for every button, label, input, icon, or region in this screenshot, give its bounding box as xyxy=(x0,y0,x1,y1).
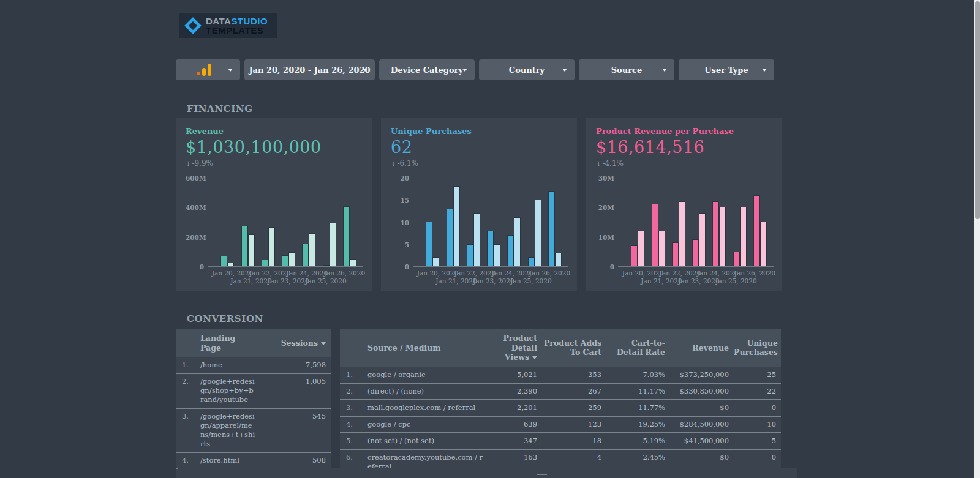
section-title-conversion: CONVERSION xyxy=(187,313,263,324)
filter-country[interactable]: Country xyxy=(479,59,575,80)
arrow-down-icon: ↓ xyxy=(186,160,190,167)
bar xyxy=(672,242,679,266)
scrollbar-thumb[interactable] xyxy=(975,1,980,219)
bar xyxy=(473,213,480,266)
caret-down-icon xyxy=(662,69,667,72)
date-range-label: Jan 20, 2020 - Jan 26, 2020 xyxy=(249,65,370,75)
date-range-dropdown[interactable]: Jan 20, 2020 - Jan 26, 2020 xyxy=(244,59,375,80)
bar xyxy=(692,239,699,266)
scorecard-title: Product Revenue per Purchase xyxy=(596,127,772,136)
column-header[interactable]: Sessions xyxy=(262,335,331,351)
bar xyxy=(514,217,521,266)
cell: 1. xyxy=(340,367,368,382)
y-axis-tick-label: 20 xyxy=(391,174,409,182)
scorecard-title: Revenue xyxy=(186,127,362,136)
sort-caret-icon xyxy=(532,356,537,359)
cell: google / cpc xyxy=(368,417,490,432)
bar-group xyxy=(302,233,315,266)
cell: 19.25% xyxy=(606,417,670,431)
bar-group xyxy=(487,231,500,266)
cell: $284,500,000 xyxy=(670,417,734,431)
y-axis-tick-label: 20M xyxy=(596,204,614,212)
bar-group xyxy=(692,213,706,266)
analytics-account-dropdown[interactable] xyxy=(176,59,240,80)
cell: $41,500,000 xyxy=(670,433,734,448)
cell: 11.77% xyxy=(606,400,670,415)
y-axis-tick-label: 30M xyxy=(596,174,614,182)
scrollbar-track[interactable] xyxy=(974,0,980,478)
filter-device-category[interactable]: Device Category xyxy=(379,59,475,80)
cell: 2. xyxy=(176,374,200,389)
cell: 267 xyxy=(542,384,606,398)
sort-caret-icon xyxy=(321,342,326,345)
column-header: Revenue xyxy=(670,340,734,356)
y-axis-tick-label: 200M xyxy=(186,234,204,242)
x-axis-labels: Jan 20, 2020Jan 21, 2020Jan 22, 2020Jan … xyxy=(624,267,774,285)
cell: 347 xyxy=(490,433,542,448)
scorecard-delta: ↓-4.1% xyxy=(596,159,772,168)
bar xyxy=(548,191,555,266)
cell: 3. xyxy=(176,409,200,424)
x-axis-tick-label: Jan 24, 2020 xyxy=(492,269,533,277)
x-axis-tick-label: Jan 20, 2020 xyxy=(212,269,253,277)
bar xyxy=(248,234,255,266)
cell: 18 xyxy=(542,433,606,448)
filter-source[interactable]: Source xyxy=(579,59,674,80)
cell: 2,201 xyxy=(490,400,542,415)
cell: 353 xyxy=(542,367,606,382)
cell: 123 xyxy=(542,417,606,431)
bar xyxy=(733,252,740,266)
bar-group xyxy=(652,204,665,266)
column-header[interactable]: Product Detail Views xyxy=(490,330,542,365)
caret-down-icon xyxy=(562,69,567,72)
bar xyxy=(679,201,685,266)
table-row: 1./home7,598 xyxy=(176,357,331,373)
y-axis-tick-label: 5 xyxy=(391,241,409,249)
cell: 4. xyxy=(340,417,368,431)
bar-group xyxy=(733,207,747,266)
caret-down-icon xyxy=(762,69,767,72)
x-axis-tick-label: Jan 23, 2020 xyxy=(268,277,309,285)
filter-label: Country xyxy=(509,65,545,75)
table-row: 2./google+redesign/shop+by+brand/youtube… xyxy=(176,373,331,408)
arrow-down-icon: ↓ xyxy=(391,160,396,167)
cell: /google+redesign/apparel/mens/mens+t+shi… xyxy=(200,409,262,452)
x-axis-tick-label: Jan 20, 2020 xyxy=(417,269,458,277)
cell: 5 xyxy=(734,433,781,448)
bar xyxy=(712,201,719,266)
cell: $330,850,000 xyxy=(670,384,734,398)
x-axis-tick-label: Jan 21, 2020 xyxy=(641,277,682,285)
bar xyxy=(740,207,747,266)
column-header: Product Adds To Cart xyxy=(542,335,606,360)
cell xyxy=(176,340,200,346)
cell: 7.03% xyxy=(606,367,670,382)
cell: (not set) / (not set) xyxy=(368,433,490,449)
bar xyxy=(447,209,453,266)
bar xyxy=(753,195,760,266)
bar-group xyxy=(262,227,275,266)
cell: 2. xyxy=(340,384,368,398)
cell: 163 xyxy=(490,450,542,465)
cell: 11.17% xyxy=(606,384,670,398)
scorecard-value: $1,030,100,000 xyxy=(186,138,362,157)
x-axis-tick-label: Jan 24, 2020 xyxy=(697,269,738,277)
cell: 259 xyxy=(542,400,606,415)
cell: $373,250,000 xyxy=(670,367,734,382)
bar xyxy=(699,213,706,266)
bar xyxy=(426,222,432,266)
table-header-row: Landing PageSessions xyxy=(176,329,331,357)
filter-user-type[interactable]: User Type xyxy=(679,59,774,80)
x-axis-tick-label: Jan 23, 2020 xyxy=(678,277,719,285)
scorecard-value: 62 xyxy=(391,138,567,157)
product-revenue-card: Product Revenue per Purchase $16,614,516… xyxy=(586,118,782,291)
table-row: 5.(not set) / (not set)347185.19%$41,500… xyxy=(340,432,781,449)
bar xyxy=(262,260,268,266)
y-axis-tick-label: 10 xyxy=(391,219,409,227)
bar-group xyxy=(241,226,255,266)
bar xyxy=(241,226,248,266)
x-axis-tick-label: Jan 25, 2020 xyxy=(305,277,346,285)
y-axis-tick-label: 10M xyxy=(596,234,614,242)
x-axis-tick-label: Jan 21, 2020 xyxy=(230,277,271,285)
cell: 5.19% xyxy=(606,433,670,448)
column-header: Landing Page xyxy=(200,330,243,356)
